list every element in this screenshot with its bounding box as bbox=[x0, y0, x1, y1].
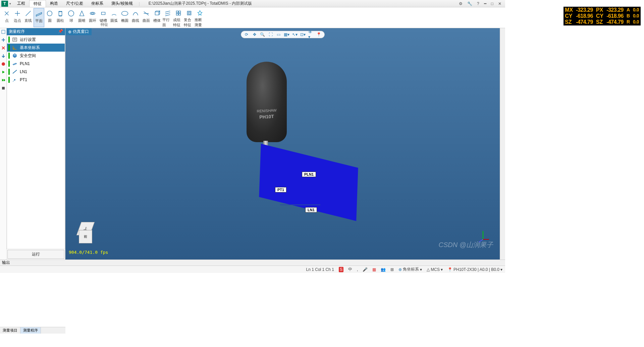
rail-add-icon[interactable] bbox=[1, 38, 6, 42]
status-mic-icon[interactable]: 🎤 bbox=[363, 267, 368, 272]
viewcube[interactable]: 上 前 bbox=[72, 219, 99, 246]
viewcube-front[interactable]: 前 bbox=[79, 230, 92, 243]
output-bar[interactable]: 输出 bbox=[0, 259, 505, 266]
status-icon-1[interactable]: , bbox=[357, 267, 358, 272]
close-icon[interactable]: ✕ bbox=[497, 1, 502, 6]
fit-icon[interactable]: ⛶ bbox=[268, 32, 273, 37]
ribbon-复合特征[interactable]: 复合特征 bbox=[184, 8, 195, 27]
tree-item-PT1[interactable]: PT1 bbox=[7, 76, 65, 84]
mcs-indicator[interactable]: △ MCS ▾ bbox=[427, 267, 443, 272]
svg-rect-0 bbox=[2, 30, 5, 34]
ribbon-label: 曲面 bbox=[143, 18, 150, 23]
zoom-icon[interactable]: 🔍 bbox=[260, 32, 265, 37]
ribbon-圆[interactable]: 圆 bbox=[44, 8, 55, 27]
status-apps-icon[interactable]: ⊞ bbox=[390, 267, 394, 272]
line-feature[interactable] bbox=[280, 205, 320, 205]
rail-expand-icon[interactable] bbox=[1, 30, 6, 34]
probe-model-label: PH10T bbox=[247, 113, 287, 120]
status-people-icon[interactable]: 👥 bbox=[381, 267, 386, 272]
coord-system[interactable]: ⊕ 角坐标系 ▾ bbox=[398, 267, 422, 272]
tree-item-运行设置[interactable]: 运行设置 bbox=[7, 36, 65, 44]
probe-status[interactable]: 📍 PH10T-2X30 | A0.0 | B0.0 ▾ bbox=[447, 267, 502, 272]
svg-line-4 bbox=[13, 70, 17, 73]
ribbon-曲线[interactable]: 曲线 bbox=[130, 8, 141, 27]
program-panel: 测量程序 📌 运行设置基本坐标系安全空间PLN1LN1PT1 运行 bbox=[7, 28, 65, 259]
ribbon-曲面[interactable]: 曲面 bbox=[141, 8, 152, 27]
menu-工程[interactable]: 工程 bbox=[13, 0, 29, 7]
svg-rect-2 bbox=[2, 87, 5, 90]
ribbon-label: 成组特征 bbox=[173, 17, 184, 27]
rail-down-icon[interactable] bbox=[1, 54, 6, 58]
tree-item-label: PLN1 bbox=[20, 61, 30, 66]
ime-indicator-icon[interactable]: S bbox=[339, 267, 343, 272]
panel-pin-icon[interactable]: 📌 bbox=[58, 29, 63, 35]
tree-item-安全空间[interactable]: 安全空间 bbox=[7, 52, 65, 60]
tool-icon[interactable]: 🔧 bbox=[466, 1, 473, 6]
measure-icon[interactable]: ⊡▾ bbox=[300, 32, 306, 37]
ribbon-推断测量[interactable]: 推断测量 bbox=[195, 8, 205, 27]
gear-icon[interactable]: ⚙ bbox=[458, 1, 464, 6]
menu-构造[interactable]: 构造 bbox=[46, 0, 62, 7]
menu-测头/校验规[interactable]: 测头/校验规 bbox=[107, 0, 137, 7]
ribbon-圆柱[interactable]: 圆柱 bbox=[55, 8, 66, 27]
ribbon-圆锥[interactable]: 圆锥 bbox=[76, 8, 87, 27]
svg-point-1 bbox=[2, 62, 5, 66]
ime-lang[interactable]: 中 bbox=[348, 267, 352, 272]
point-label[interactable]: PT1 bbox=[275, 187, 286, 192]
rail-delete-icon[interactable] bbox=[1, 46, 6, 50]
viewport-tab[interactable]: ⊕ 仿真窗口 bbox=[65, 28, 92, 35]
program-tree[interactable]: 运行设置基本坐标系安全空间PLN1LN1PT1 bbox=[7, 35, 65, 249]
ribbon-成组特征[interactable]: 成组特征 bbox=[173, 8, 184, 27]
ribbon-平行面[interactable]: 平行面 bbox=[162, 8, 173, 27]
tree-item-label: 基本坐标系 bbox=[20, 45, 40, 51]
refresh-icon[interactable]: ⟳ bbox=[244, 32, 249, 37]
ribbon-点[interactable]: 点 bbox=[1, 8, 12, 27]
run-button[interactable]: 运行 bbox=[7, 250, 64, 259]
status-grid-icon[interactable]: ▦ bbox=[372, 267, 376, 272]
rail-play-icon[interactable] bbox=[1, 70, 6, 74]
rail-stop-icon[interactable] bbox=[1, 86, 6, 91]
ribbon-球[interactable]: 球 bbox=[66, 8, 76, 27]
ribbon-平面[interactable]: 平面 bbox=[34, 8, 44, 27]
ribbon-圆环[interactable]: 圆环 bbox=[87, 8, 98, 27]
menu-坐标系[interactable]: 坐标系 bbox=[87, 0, 107, 7]
pin-icon[interactable]: 📍 bbox=[316, 32, 322, 37]
feature-icon bbox=[110, 9, 118, 17]
tree-marker bbox=[8, 37, 10, 43]
menu-尺寸/公差[interactable]: 尺寸/公差 bbox=[62, 0, 87, 7]
ribbon-label: 推断测量 bbox=[195, 17, 205, 27]
globe-icon: ⊕ bbox=[68, 30, 71, 34]
ribbon-圆弧[interactable]: 圆弧 bbox=[109, 8, 119, 27]
window-controls: ⚙ 🔧 ? ━ □ ✕ bbox=[458, 1, 505, 6]
tree-item-基本坐标系[interactable]: 基本坐标系 bbox=[7, 44, 65, 52]
tree-item-PLN1[interactable]: PLN1 bbox=[7, 60, 65, 68]
layers-icon[interactable]: ▦▾ bbox=[284, 32, 289, 37]
ribbon-边点[interactable]: 边点 bbox=[12, 8, 23, 27]
app-icon[interactable]: T bbox=[1, 1, 8, 7]
feature-icon bbox=[131, 9, 140, 17]
select-icon[interactable]: ▭ bbox=[276, 32, 281, 37]
tree-item-LN1[interactable]: LN1 bbox=[7, 68, 65, 76]
rail-playall-icon[interactable] bbox=[1, 78, 6, 82]
svg-rect-3 bbox=[13, 38, 17, 41]
rail-record-icon[interactable] bbox=[1, 62, 6, 66]
panel-title: 测量程序 bbox=[9, 29, 25, 35]
app-menu-dropdown[interactable]: ▾ bbox=[9, 2, 11, 5]
maximize-icon[interactable]: □ bbox=[490, 1, 494, 6]
feature-icon bbox=[164, 9, 172, 17]
plane-label[interactable]: PLN1 bbox=[302, 172, 316, 177]
ribbon-直线[interactable]: 直线 bbox=[23, 8, 34, 27]
menu-特征[interactable]: 特征 bbox=[29, 0, 46, 7]
ribbon-槽体[interactable]: 槽体 bbox=[152, 8, 162, 27]
visibility-icon[interactable]: 👁▾ bbox=[308, 32, 314, 37]
help-icon[interactable]: ? bbox=[476, 1, 480, 6]
cursor-icon[interactable]: ↖▾ bbox=[292, 32, 298, 37]
line-label[interactable]: LN1 bbox=[305, 207, 317, 213]
right-scrollbar[interactable] bbox=[500, 28, 505, 259]
ribbon-group-title: 特征 bbox=[101, 22, 108, 27]
ribbon-label: 平面 bbox=[35, 18, 43, 23]
minimize-icon[interactable]: ━ bbox=[483, 1, 487, 6]
move-icon[interactable]: ✥ bbox=[252, 32, 257, 37]
3d-viewport[interactable]: ⊕ 仿真窗口 ⟳ ✥ 🔍 ⛶ ▭ ▦▾ ↖▾ ⊡▾ 👁▾ 📍 RENISHAW … bbox=[65, 28, 500, 259]
ribbon-椭圆[interactable]: 椭圆 bbox=[119, 8, 130, 27]
